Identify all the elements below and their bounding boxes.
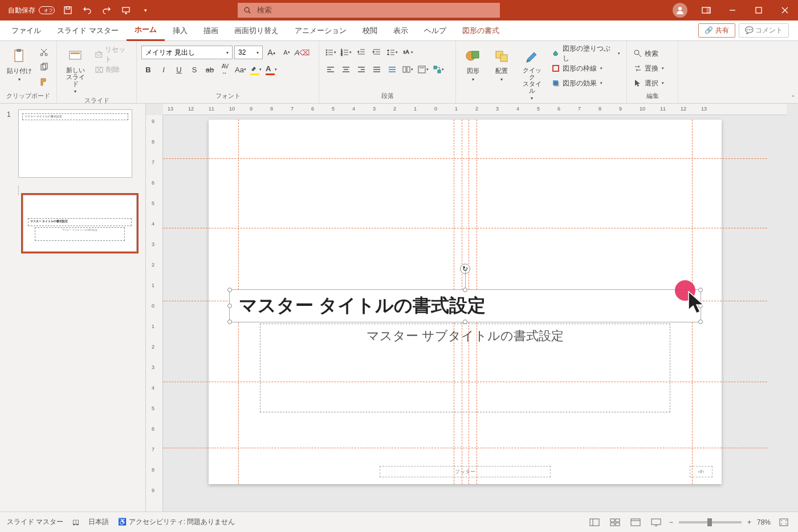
slide[interactable]: ↻ マスター タイトルの書式設定 マスター サブタイトルの書式設定 bbox=[209, 120, 722, 484]
align-text-button[interactable]: ▾ bbox=[416, 63, 430, 76]
align-right-button[interactable] bbox=[355, 63, 368, 76]
decrease-font-icon[interactable]: A▾ bbox=[280, 46, 294, 59]
status-accessibility[interactable]: ♿ アクセシビリティ: 問題ありません bbox=[118, 517, 235, 527]
bold-button[interactable]: B bbox=[141, 63, 155, 76]
collapse-ribbon-icon[interactable]: ˄ bbox=[792, 95, 795, 101]
share-button[interactable]: 🔗 共有 bbox=[698, 23, 735, 38]
copy-button[interactable] bbox=[38, 60, 50, 74]
slideshow-view-icon[interactable] bbox=[649, 516, 663, 529]
comments-button[interactable]: 💬 コメント bbox=[739, 23, 789, 38]
zoom-slider[interactable] bbox=[679, 521, 742, 523]
resize-handle[interactable] bbox=[698, 320, 703, 324]
close-button[interactable] bbox=[772, 0, 798, 21]
save-icon[interactable] bbox=[62, 4, 74, 17]
title-text[interactable]: マスター タイトルの書式設定 bbox=[230, 290, 701, 321]
zoom-level[interactable]: 78% bbox=[757, 518, 771, 526]
shadow-button[interactable]: S bbox=[188, 63, 201, 76]
subtitle-placeholder[interactable]: マスター サブタイトルの書式設定 bbox=[260, 324, 670, 412]
tab-slide-master[interactable]: スライド マスター bbox=[49, 21, 127, 41]
resize-handle[interactable] bbox=[227, 304, 232, 308]
font-color-button[interactable]: A▾ bbox=[264, 63, 278, 76]
title-placeholder[interactable]: ↻ マスター タイトルの書式設定 bbox=[229, 289, 701, 322]
decrease-indent-button[interactable] bbox=[355, 46, 368, 59]
minimize-button[interactable] bbox=[719, 0, 746, 21]
slideshow-from-start-icon[interactable] bbox=[120, 4, 132, 17]
format-painter-button[interactable] bbox=[38, 75, 50, 89]
guide-horizontal[interactable] bbox=[163, 158, 767, 159]
tab-shape-format[interactable]: 図形の書式 bbox=[454, 21, 507, 41]
tab-draw[interactable]: 描画 bbox=[196, 21, 226, 41]
cut-button[interactable] bbox=[38, 46, 50, 59]
shape-outline-button[interactable]: 図形の枠線▾ bbox=[549, 62, 622, 75]
account-avatar[interactable] bbox=[673, 3, 687, 18]
undo-icon[interactable] bbox=[81, 4, 93, 17]
normal-view-icon[interactable] bbox=[587, 516, 602, 529]
reading-view-icon[interactable] bbox=[628, 516, 643, 529]
search-box[interactable]: 検索 bbox=[238, 3, 500, 18]
tab-view[interactable]: 表示 bbox=[385, 21, 416, 41]
resize-handle[interactable] bbox=[227, 320, 232, 324]
paste-button[interactable]: 貼り付け ▾ bbox=[5, 46, 34, 83]
tab-review[interactable]: 校閲 bbox=[355, 21, 385, 41]
shape-fill-button[interactable]: 図形の塗りつぶし▾ bbox=[549, 47, 622, 60]
bullets-button[interactable]: ▾ bbox=[324, 46, 337, 59]
delete-slide-button[interactable]: 削除 bbox=[93, 63, 132, 76]
tab-home[interactable]: ホーム bbox=[127, 21, 165, 41]
slide-canvas-area[interactable]: 13121110987654321012345678910111213 9876… bbox=[146, 104, 798, 511]
fit-to-window-icon[interactable] bbox=[776, 516, 791, 529]
align-left-button[interactable] bbox=[324, 63, 337, 76]
numbering-button[interactable]: 123▾ bbox=[339, 46, 353, 59]
tab-file[interactable]: ファイル bbox=[3, 21, 49, 41]
tab-animations[interactable]: アニメーション bbox=[287, 21, 355, 41]
ribbon-display-options-icon[interactable] bbox=[693, 0, 719, 21]
sorter-view-icon[interactable] bbox=[608, 516, 622, 529]
align-center-button[interactable] bbox=[339, 63, 353, 76]
arrange-button[interactable]: 配置▾ bbox=[489, 46, 514, 83]
layout-thumbnail[interactable]: マスター タイトルの書式設定 マスター サブタイトルの書式設定 bbox=[23, 195, 137, 252]
status-spellcheck-icon[interactable]: 🕮 bbox=[72, 518, 79, 526]
increase-indent-button[interactable] bbox=[370, 46, 384, 59]
clear-formatting-icon[interactable]: A⌫ bbox=[295, 46, 309, 59]
tab-help[interactable]: ヘルプ bbox=[416, 21, 454, 41]
footer-placeholder[interactable]: フッター bbox=[380, 466, 551, 477]
maximize-button[interactable] bbox=[746, 0, 772, 21]
underline-button[interactable]: U bbox=[172, 63, 186, 76]
highlight-color-button[interactable]: ▾ bbox=[249, 63, 263, 76]
italic-button[interactable]: I bbox=[157, 63, 170, 76]
distribute-button[interactable] bbox=[385, 63, 399, 76]
text-direction-button[interactable]: ↕A▾ bbox=[401, 46, 414, 59]
font-size-combo[interactable]: 32▾ bbox=[234, 46, 263, 59]
quick-styles-button[interactable]: クイック スタイル▾ bbox=[518, 46, 546, 102]
reset-slide-button[interactable]: リセット bbox=[93, 48, 132, 62]
qat-customize-icon[interactable]: ▾ bbox=[139, 4, 152, 17]
zoom-in-button[interactable]: + bbox=[747, 518, 751, 526]
line-spacing-button[interactable]: ▾ bbox=[385, 46, 399, 59]
find-button[interactable]: 検索 bbox=[632, 47, 666, 60]
character-spacing-button[interactable]: AV↔ bbox=[218, 63, 232, 76]
new-slide-button[interactable]: 新しい スライド ▾ bbox=[62, 46, 89, 95]
slide-number-placeholder[interactable]: ‹#› bbox=[690, 466, 712, 477]
font-name-combo[interactable]: メイリオ 見出し▾ bbox=[141, 46, 233, 59]
increase-font-icon[interactable]: A▴ bbox=[264, 46, 278, 59]
shapes-button[interactable]: 図形▾ bbox=[461, 46, 486, 83]
resize-handle[interactable] bbox=[227, 288, 232, 292]
replace-button[interactable]: 置換▾ bbox=[632, 62, 666, 75]
master-thumbnail[interactable]: マスター タイトルの書式設定 bbox=[18, 109, 132, 178]
autosave-toggle[interactable]: 自動保存 オフ bbox=[8, 6, 55, 15]
shape-effects-button[interactable]: 図形の効果▾ bbox=[549, 76, 622, 90]
subtitle-text[interactable]: マスター サブタイトルの書式設定 bbox=[260, 324, 670, 345]
slide-thumbnail-panel[interactable]: 1 マスター タイトルの書式設定 マスター タイトルの書式設定 マスター サブタ… bbox=[0, 104, 146, 511]
status-language[interactable]: 日本語 bbox=[88, 517, 109, 527]
resize-handle[interactable] bbox=[463, 288, 467, 292]
tab-insert[interactable]: 挿入 bbox=[165, 21, 196, 41]
zoom-out-button[interactable]: − bbox=[669, 518, 673, 526]
smartart-convert-button[interactable]: ▾ bbox=[431, 63, 445, 76]
change-case-button[interactable]: Aa▾ bbox=[234, 63, 247, 76]
tab-transitions[interactable]: 画面切り替え bbox=[226, 21, 287, 41]
guide-horizontal[interactable] bbox=[163, 448, 767, 448]
guide-horizontal[interactable] bbox=[163, 228, 767, 228]
strikethrough-button[interactable]: ab bbox=[203, 63, 217, 76]
justify-button[interactable] bbox=[370, 63, 384, 76]
columns-button[interactable]: ▾ bbox=[401, 63, 414, 76]
select-button[interactable]: 選択▾ bbox=[632, 76, 666, 90]
